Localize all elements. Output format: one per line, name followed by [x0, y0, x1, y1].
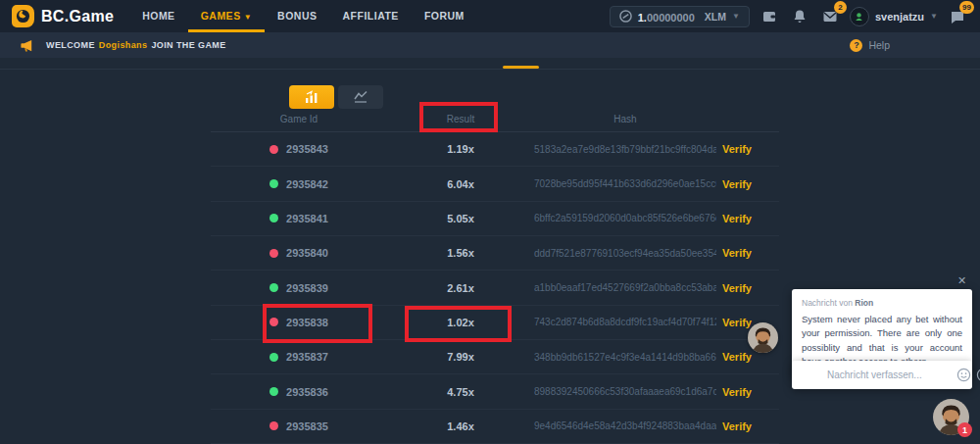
- table-row: 2935838 1.02x 743c2d874b6d8a8dcdf9fc19ac…: [211, 306, 779, 340]
- table-row: 2935837 7.99x 348bb9db61527e4c9f3e4a1414…: [211, 340, 779, 374]
- mail-badge: 2: [834, 1, 847, 14]
- game-id-cell: 2935837: [211, 351, 387, 363]
- chat-input-icons: [956, 368, 980, 382]
- column-header-hash: Hash: [534, 114, 716, 124]
- megaphone-icon: [20, 38, 34, 53]
- nav-item-home[interactable]: HOME: [129, 0, 188, 32]
- attachment-icon[interactable]: [976, 368, 980, 382]
- chat-message-meta: Nachricht von Rion: [802, 298, 962, 308]
- help-button[interactable]: ? Help: [850, 39, 890, 52]
- verify-link[interactable]: Verify: [716, 351, 779, 363]
- game-id-value: 2935841: [286, 213, 328, 224]
- chevron-down-icon: ▼: [930, 12, 938, 21]
- balance-selector[interactable]: 1.00000000 XLM ▼: [610, 6, 750, 27]
- user-avatar: [850, 7, 869, 26]
- chat-toggle-button[interactable]: 99: [947, 6, 968, 27]
- username: svenjatzu: [875, 11, 924, 23]
- chat-user-avatar[interactable]: 1: [933, 399, 969, 435]
- hash-value: 6bffc2a59159d2060d0abc85f526e6be676e5590…: [534, 213, 716, 223]
- hash-value: 348bb9db61527e4c9f3e4a1414d9b8ba66ce8970…: [534, 352, 716, 363]
- status-dot-icon: [270, 179, 278, 188]
- status-dot-icon: [270, 214, 278, 222]
- tabs-divider: [0, 69, 980, 70]
- welcome-username[interactable]: Dogishans: [99, 40, 148, 50]
- status-dot-icon: [270, 249, 278, 258]
- chevron-down-icon: ▼: [732, 12, 740, 21]
- column-header-game-id: Game Id: [211, 114, 387, 124]
- chat-close-icon[interactable]: ✕: [957, 274, 966, 287]
- help-label: Help: [868, 39, 890, 51]
- game-id-cell: 2935843: [211, 143, 387, 155]
- table-row: 2935835 1.46x 9e4d6546d4e58a42d3b4f92488…: [211, 410, 779, 444]
- bar-chart-icon: [304, 90, 319, 104]
- welcome-banner: WELCOME Dogishans JOIN THE GAME ? Help: [0, 32, 980, 58]
- notifications-button[interactable]: [789, 6, 810, 27]
- hash-value: 8988392450666c53f30afaaaea69c1d6a7c0407e…: [534, 386, 716, 397]
- status-dot-icon: [270, 387, 278, 396]
- nav-item-games[interactable]: GAMES▼: [188, 0, 265, 32]
- result-value: 1.56x: [387, 247, 534, 259]
- table-row: 2935836 4.75x 8988392450666c53f30afaaaea…: [211, 374, 779, 409]
- topbar-right: 1.00000000 XLM ▼ 2 svenjatzu ▼ 99: [610, 6, 968, 27]
- game-id-value: 2935843: [286, 143, 328, 155]
- result-value: 1.46x: [387, 420, 534, 432]
- table-row: 2935842 6.04x 7028be95dd95f441b633d6d296…: [211, 167, 779, 201]
- table-header-row: Game Id Result Hash: [211, 106, 779, 132]
- table-row: 2935839 2.61x a1bb0eaaf17ed4527669f2a0bb…: [211, 271, 779, 305]
- user-menu[interactable]: svenjatzu ▼: [850, 7, 938, 26]
- verify-link[interactable]: Verify: [716, 282, 779, 294]
- hash-value: 5183a2ea7e9d8e13fb79bbf21bc9ffc804dada4a…: [534, 144, 716, 155]
- game-id-value: 2935839: [286, 282, 328, 294]
- bc-game-logo-icon: [12, 5, 34, 27]
- verify-link[interactable]: Verify: [716, 420, 779, 432]
- verify-link[interactable]: Verify: [716, 143, 779, 155]
- hash-value: 9e4d6546d4e58a42d3b4f924883baa4daac019ce…: [534, 420, 716, 431]
- brand-logo[interactable]: BC.Game: [12, 5, 114, 27]
- chat-message-input[interactable]: [792, 370, 956, 380]
- currency-label: XLM: [705, 11, 726, 23]
- game-id-cell: 2935842: [211, 178, 387, 190]
- result-value: 7.99x: [387, 351, 534, 363]
- hash-value: 7028be95dd95f441b633d6d296e0ae15cc6238dd…: [534, 178, 716, 189]
- wallet-icon: [761, 9, 777, 25]
- nav-item-affiliate[interactable]: AFFILIATE: [329, 0, 411, 32]
- emoji-icon[interactable]: [956, 368, 971, 382]
- balance-amount: 1.00000000: [638, 8, 695, 25]
- status-dot-icon: [270, 283, 278, 292]
- game-id-cell: 2935840: [211, 247, 387, 259]
- chat-sender-avatar[interactable]: [748, 322, 778, 353]
- table-body: 2935843 1.19x 5183a2ea7e9d8e13fb79bbf21b…: [211, 132, 779, 444]
- status-dot-icon: [270, 353, 278, 362]
- message-sender: Rion: [855, 298, 873, 308]
- game-id-value: 2935835: [286, 420, 328, 432]
- verify-link[interactable]: Verify: [716, 247, 779, 259]
- bell-icon: [792, 9, 808, 25]
- table-row: 2935843 1.19x 5183a2ea7e9d8e13fb79bbf21b…: [211, 132, 779, 167]
- result-value: 5.05x: [387, 213, 534, 224]
- game-history-table: Game Id Result Hash 2935843 1.19x 5183a2…: [211, 106, 779, 444]
- status-dot-icon: [270, 145, 278, 154]
- status-dot-icon: [270, 421, 278, 430]
- game-id-cell: 2935836: [211, 386, 387, 398]
- verify-link[interactable]: Verify: [716, 386, 779, 398]
- nav-item-bonus[interactable]: BONUS: [265, 0, 329, 32]
- result-value: 1.19x: [387, 143, 534, 155]
- game-id-cell: 2935839: [211, 282, 387, 294]
- verify-link[interactable]: Verify: [716, 213, 779, 224]
- status-dot-icon: [270, 318, 278, 326]
- column-header-result: Result: [387, 114, 534, 124]
- game-id-value: 2935836: [286, 386, 328, 398]
- wallet-button[interactable]: [759, 6, 780, 27]
- messages-button[interactable]: 2: [819, 6, 841, 27]
- verify-link[interactable]: Verify: [716, 178, 779, 190]
- table-row: 2935840 1.56x ddd7f521e87769103ecf94ea35…: [211, 236, 779, 271]
- message-from-label: Nachricht von: [802, 298, 853, 308]
- welcome-label: WELCOME: [46, 40, 95, 50]
- active-tab-indicator: [503, 66, 539, 69]
- nav-item-forum[interactable]: FORUM: [412, 0, 477, 32]
- table-row: 2935841 5.05x 6bffc2a59159d2060d0abc85f5…: [211, 202, 779, 236]
- game-id-value: 2935840: [286, 247, 328, 259]
- result-value: 4.75x: [387, 386, 534, 398]
- top-navigation-bar: BC.Game HOMEGAMES▼BONUSAFFILIATEFORUM 1.…: [0, 0, 980, 32]
- hash-value: 743c2d874b6d8a8dcdf9fc19acf4d70f74f12a38…: [534, 317, 716, 327]
